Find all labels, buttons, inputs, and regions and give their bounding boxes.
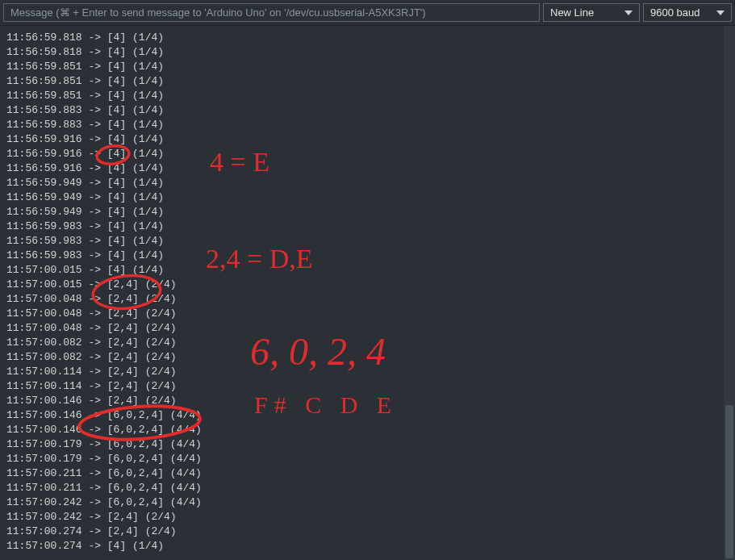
serial-log-line: 11:56:59.818 -> [4] (1/4) [6,31,735,45]
baud-rate-dropdown[interactable]: 9600 baud [643,3,732,22]
serial-monitor-output: 11:56:59.818 -> [4] (1/4)11:56:59.818 ->… [0,26,735,560]
serial-log-line: 11:57:00.242 -> [2,4] (2/4) [6,510,735,524]
serial-monitor-toolbar: New Line 9600 baud [0,0,735,26]
baud-rate-selected: 9600 baud [650,6,700,19]
serial-log-line: 11:57:00.082 -> [2,4] (2/4) [6,336,735,350]
serial-log-line: 11:57:00.048 -> [2,4] (2/4) [6,307,735,321]
serial-log-line: 11:57:00.082 -> [2,4] (2/4) [6,350,735,365]
serial-log-line: 11:56:59.916 -> [4] (1/4) [6,161,735,176]
vertical-scrollbar[interactable] [724,26,735,560]
serial-log-line: 11:56:59.983 -> [4] (1/4) [6,219,735,234]
chevron-down-icon [624,10,633,15]
serial-log-line: 11:56:59.851 -> [4] (1/4) [6,60,735,74]
serial-log-line: 11:57:00.015 -> [2,4] (2/4) [6,278,735,292]
serial-log-line: 11:57:00.015 -> [4] (1/4) [6,263,735,278]
chevron-down-icon [716,10,725,15]
serial-log-line: 11:56:59.851 -> [4] (1/4) [6,74,735,89]
serial-message-input[interactable] [3,3,540,22]
serial-log-line: 11:57:00.179 -> [6,0,2,4] (4/4) [6,437,735,452]
serial-log-line: 11:57:00.146 -> [6,0,2,4] (4/4) [6,408,735,423]
serial-log-line: 11:57:00.114 -> [2,4] (2/4) [6,379,735,394]
serial-log-line: 11:57:00.242 -> [6,0,2,4] (4/4) [6,495,735,510]
serial-log: 11:56:59.818 -> [4] (1/4)11:56:59.818 ->… [0,26,735,554]
serial-log-line: 11:56:59.983 -> [4] (1/4) [6,234,735,249]
serial-log-line: 11:57:00.211 -> [6,0,2,4] (4/4) [6,481,735,495]
serial-log-line: 11:57:00.048 -> [2,4] (2/4) [6,321,735,336]
serial-log-line: 11:56:59.983 -> [4] (1/4) [6,249,735,263]
serial-log-line: 11:57:00.179 -> [6,0,2,4] (4/4) [6,452,735,466]
line-ending-selected: New Line [550,6,594,19]
line-ending-dropdown[interactable]: New Line [543,3,640,22]
serial-log-line: 11:56:59.818 -> [4] (1/4) [6,45,735,60]
serial-log-line: 11:57:00.274 -> [4] (1/4) [6,539,735,554]
serial-log-line: 11:57:00.146 -> [6,0,2,4] (4/4) [6,423,735,437]
serial-log-line: 11:57:00.274 -> [2,4] (2/4) [6,524,735,539]
serial-log-line: 11:56:59.916 -> [4] (1/4) [6,132,735,147]
serial-log-line: 11:57:00.211 -> [6,0,2,4] (4/4) [6,466,735,481]
serial-log-line: 11:56:59.949 -> [4] (1/4) [6,205,735,219]
serial-log-line: 11:57:00.146 -> [2,4] (2/4) [6,394,735,408]
serial-log-line: 11:56:59.949 -> [4] (1/4) [6,176,735,190]
serial-log-line: 11:56:59.883 -> [4] (1/4) [6,118,735,132]
scrollbar-thumb[interactable] [725,405,733,558]
serial-log-line: 11:57:00.114 -> [2,4] (2/4) [6,365,735,379]
serial-log-line: 11:56:59.949 -> [4] (1/4) [6,190,735,205]
serial-log-line: 11:56:59.883 -> [4] (1/4) [6,103,735,118]
serial-log-line: 11:56:59.851 -> [4] (1/4) [6,89,735,103]
serial-log-line: 11:57:00.048 -> [2,4] (2/4) [6,292,735,307]
serial-log-line: 11:56:59.916 -> [4] (1/4) [6,147,735,161]
